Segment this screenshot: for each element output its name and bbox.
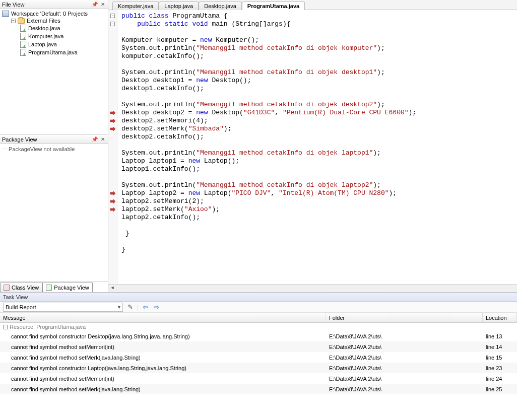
class-view-icon [4, 285, 10, 291]
cell-message: cannot find symbol constructor Laptop(ja… [0, 364, 326, 372]
cell-message: cannot find symbol method setMerk(java.l… [0, 354, 326, 362]
fold-icon[interactable]: − [110, 14, 115, 18]
java-file-icon [20, 41, 26, 48]
cell-message: cannot find symbol method setMemori(int) [0, 375, 326, 383]
cell-folder: E:\Data\8\JAVA 2\uts\ [326, 375, 483, 383]
package-view-message: PackageView not available [9, 146, 75, 152]
editor-tabs: Komputer.javaLaptop.javaDesktop.javaProg… [108, 0, 517, 10]
task-row[interactable]: cannot find symbol method setMerk(java.l… [0, 352, 517, 363]
java-file-icon [20, 49, 26, 56]
resource-group-row[interactable]: − Resource: ProgramUtama.java [0, 323, 517, 331]
task-row[interactable]: cannot find symbol method setMemori(int)… [0, 341, 517, 352]
task-row[interactable]: cannot find symbol method setMemori(int)… [0, 373, 517, 384]
package-view-header: Package View 📌 ✕ [0, 135, 108, 144]
close-icon[interactable]: ✕ [100, 2, 106, 8]
cell-folder: E:\Data\8\JAVA 2\uts\ [326, 385, 483, 393]
workspace-icon [2, 11, 9, 17]
cell-location: line 15 [483, 354, 517, 362]
error-arrow-icon [110, 110, 116, 116]
col-message[interactable]: Message [0, 313, 326, 322]
workspace-label: Workspace 'Default': 0 Projects [11, 11, 88, 17]
task-view-toolbar: Build Report ▼ ✎ | ⇦ ⇨ [0, 302, 517, 313]
file-label: Desktop.java [28, 25, 60, 31]
java-file-icon [20, 25, 26, 32]
task-table-body: − Resource: ProgramUtama.java cannot fin… [0, 323, 517, 420]
cell-location: line 13 [483, 332, 517, 340]
code-editor[interactable]: public class ProgramUtama { public stati… [117, 10, 517, 284]
java-file-icon [20, 33, 26, 40]
package-view-icon [46, 285, 52, 291]
arrow-left-icon[interactable]: ⇦ [142, 303, 150, 311]
resource-label: Resource: ProgramUtama.java [10, 324, 86, 330]
tab-class-view[interactable]: Class View [0, 283, 42, 292]
cell-location: line 14 [483, 343, 517, 351]
left-bottom-tabs: Class View Package View [0, 281, 108, 292]
package-view-title: Package View [2, 136, 90, 143]
tab-package-view[interactable]: Package View [42, 283, 93, 292]
collapse-icon[interactable]: − [3, 325, 8, 329]
tree-dots-icon: ⋯ [2, 146, 7, 153]
file-view-panel: Workspace 'Default': 0 Projects − Extern… [0, 9, 108, 135]
editor-tab[interactable]: ProgramUtama.java [242, 2, 305, 10]
editor-gutter: −− [108, 10, 117, 284]
external-files-label: External Files [27, 18, 60, 24]
task-row[interactable]: cannot find symbol method setMerk(java.l… [0, 384, 517, 394]
cell-folder: E:\Data\8\JAVA 2\uts\ [326, 332, 483, 340]
file-label: Laptop.java [28, 41, 57, 47]
editor-tab[interactable]: Desktop.java [199, 2, 242, 10]
edit-icon[interactable]: ✎ [126, 303, 134, 311]
file-node[interactable]: Komputer.java [2, 32, 106, 40]
task-table-header: Message Folder Location [0, 313, 517, 323]
build-report-combo[interactable]: Build Report ▼ [3, 303, 123, 312]
file-node[interactable]: ProgramUtama.java [2, 48, 106, 56]
cell-folder: E:\Data\8\JAVA 2\uts\ [326, 364, 483, 372]
col-folder[interactable]: Folder [326, 313, 483, 322]
chevron-down-icon: ▼ [117, 305, 121, 310]
pin-icon[interactable]: 📌 [92, 2, 98, 8]
error-arrow-icon [110, 118, 116, 124]
file-node[interactable]: Desktop.java [2, 24, 106, 32]
task-row[interactable]: cannot find symbol constructor Desktop(j… [0, 331, 517, 341]
cell-message: cannot find symbol constructor Desktop(j… [0, 332, 326, 340]
cell-location: line 24 [483, 375, 517, 383]
cell-folder: E:\Data\8\JAVA 2\uts\ [326, 354, 483, 362]
fold-icon[interactable]: − [110, 22, 115, 26]
cell-location: line 23 [483, 364, 517, 372]
folder-icon [18, 18, 25, 24]
file-node[interactable]: Laptop.java [2, 40, 106, 48]
collapse-icon[interactable]: − [11, 19, 16, 23]
arrow-right-icon[interactable]: ⇨ [153, 303, 161, 311]
cell-folder: E:\Data\8\JAVA 2\uts\ [326, 343, 483, 351]
editor-tab[interactable]: Laptop.java [159, 2, 199, 10]
col-location[interactable]: Location [483, 313, 517, 322]
pin-icon[interactable]: 📌 [92, 136, 98, 143]
task-view-header: Task View [0, 293, 517, 302]
task-view-title: Task View [3, 294, 28, 300]
file-view-title: File View [2, 2, 90, 8]
error-arrow-icon [110, 190, 116, 196]
horizontal-scrollbar[interactable]: ◄ [108, 284, 517, 292]
external-files-node[interactable]: − External Files [2, 17, 106, 24]
file-view-header: File View 📌 ✕ [0, 0, 108, 9]
cell-message: cannot find symbol method setMerk(java.l… [0, 385, 326, 393]
scroll-left-icon[interactable]: ◄ [108, 285, 116, 292]
close-icon[interactable]: ✕ [100, 136, 106, 143]
workspace-node[interactable]: Workspace 'Default': 0 Projects [2, 10, 106, 17]
package-view-body: ⋯ PackageView not available [0, 144, 108, 281]
error-arrow-icon [110, 126, 116, 132]
cell-message: cannot find symbol method setMemori(int) [0, 343, 326, 351]
cell-location: line 25 [483, 385, 517, 393]
task-row[interactable]: cannot find symbol constructor Laptop(ja… [0, 363, 517, 373]
editor-tab[interactable]: Komputer.java [112, 2, 159, 10]
file-label: Komputer.java [28, 33, 63, 39]
error-arrow-icon [110, 198, 116, 204]
error-arrow-icon [110, 206, 116, 213]
file-label: ProgramUtama.java [28, 49, 78, 55]
